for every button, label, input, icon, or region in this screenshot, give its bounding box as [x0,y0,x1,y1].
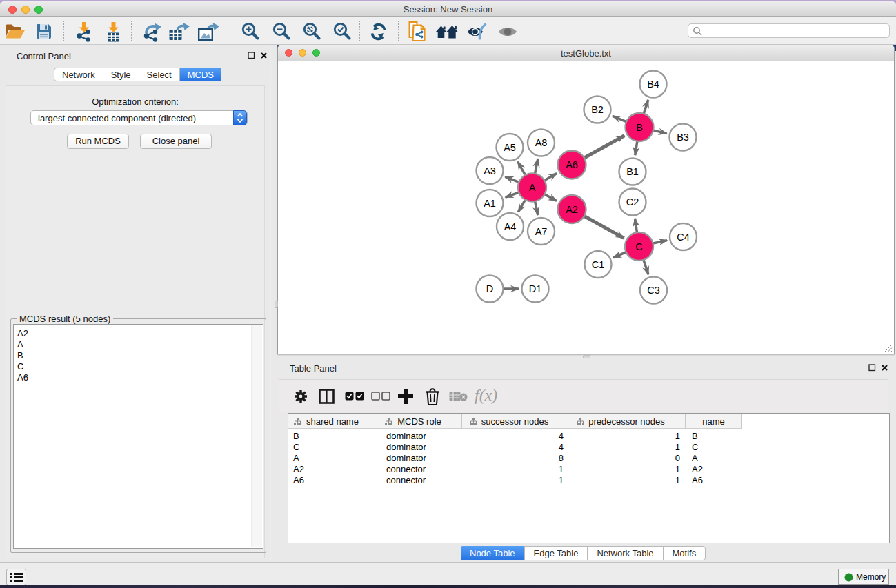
svg-text:B3: B3 [677,132,689,143]
svg-text:A6: A6 [566,159,578,170]
svg-text:B4: B4 [647,79,659,90]
svg-text:D1: D1 [529,283,542,294]
svg-text:D: D [486,283,493,294]
svg-text:C3: C3 [647,285,660,296]
svg-text:A8: A8 [535,137,548,148]
svg-text:A: A [529,182,536,193]
svg-text:B: B [636,122,643,133]
svg-text:C4: C4 [677,232,690,243]
svg-text:B2: B2 [591,104,604,115]
svg-text:A3: A3 [484,165,496,176]
svg-text:B1: B1 [626,166,639,177]
svg-text:A2: A2 [566,204,578,215]
svg-text:C1: C1 [592,259,605,270]
svg-text:A7: A7 [535,226,548,237]
svg-text:A4: A4 [504,221,517,232]
svg-text:A5: A5 [504,142,516,153]
svg-text:C: C [635,241,642,252]
svg-text:A1: A1 [484,198,496,209]
svg-text:C2: C2 [626,196,639,207]
